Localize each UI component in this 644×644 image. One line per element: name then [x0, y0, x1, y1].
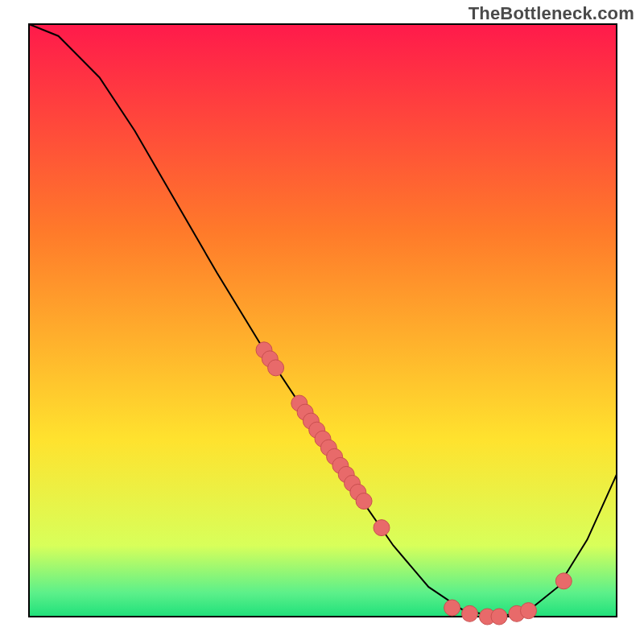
watermark-label: TheBottleneck.com — [469, 3, 634, 24]
data-point — [356, 493, 372, 510]
chart-svg — [0, 0, 644, 644]
data-point — [555, 573, 572, 589]
data-point — [462, 605, 478, 621]
plot-background — [29, 24, 617, 617]
data-point — [374, 520, 390, 536]
chart-container: TheBottleneck.com — [0, 0, 644, 644]
data-point — [268, 360, 284, 376]
data-point — [444, 600, 460, 616]
data-point — [521, 603, 537, 619]
data-point — [491, 609, 507, 625]
